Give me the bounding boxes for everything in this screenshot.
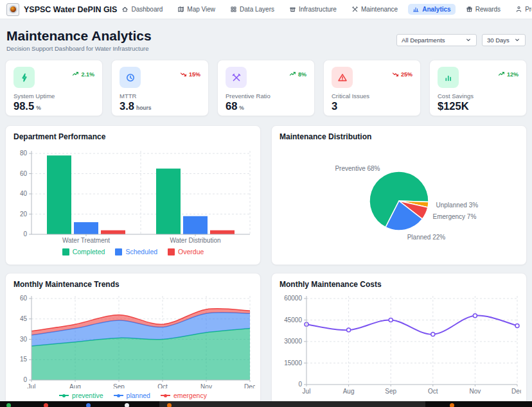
kpi-card-critical-issues: 25% Critical Issues 3 — [323, 60, 421, 116]
svg-text:Sep: Sep — [113, 383, 125, 388]
svg-text:Sep: Sep — [385, 388, 396, 395]
department-filter-select[interactable]: All Departments — [396, 34, 477, 46]
chevron-down-icon — [514, 37, 520, 43]
nav-label: Dashboard — [131, 6, 163, 13]
tools-icon — [226, 67, 247, 88]
nav-label: Maintenance — [361, 6, 398, 13]
kpi-card-preventive-ratio: 8% Preventive Ratio 68% — [217, 60, 315, 116]
map-icon — [177, 6, 184, 13]
kpi-label: Critical Issues — [332, 92, 412, 100]
trend-up-icon — [498, 71, 505, 78]
svg-text:Preventive 68%: Preventive 68% — [335, 165, 380, 172]
monthly-maintenance-costs-chart: 015000300004500060000JulAugSepOctNovDec — [279, 291, 519, 399]
svg-text:80: 80 — [20, 150, 28, 157]
nav-label: Data Layers — [240, 6, 274, 13]
nav-label: Map View — [187, 6, 215, 13]
dock-app-orange-icon[interactable] — [167, 403, 172, 407]
system-taskbar[interactable] — [0, 401, 532, 407]
svg-text:0: 0 — [23, 230, 27, 238]
chevron-down-icon — [514, 37, 520, 44]
kpi-row: 2.1% System Uptime 98.5% 15% MTTR 3.8hou… — [5, 60, 527, 116]
rewards-icon — [466, 6, 473, 13]
legend-item-scheduled[interactable]: Scheduled — [115, 248, 157, 255]
page-header: Maintenance Analytics Decision Support D… — [6, 28, 526, 52]
chart-title: Maintenance Distribution — [279, 132, 519, 141]
kpi-value: $125K — [438, 100, 519, 112]
dock-app-orange-2-icon[interactable] — [450, 403, 454, 407]
nav-item-infrastructure[interactable]: Infrastructure — [285, 4, 341, 15]
chart-legend: preventiveplannedemergency — [13, 392, 253, 399]
svg-text:Planned 22%: Planned 22% — [407, 234, 446, 241]
department-performance-card: Department Performance 020406080Water Tr… — [5, 125, 261, 265]
nav-item-map-view[interactable]: Map View — [173, 4, 220, 15]
chart-title: Monthly Maintenance Costs — [279, 280, 519, 289]
legend-item-emergency[interactable]: emergency — [161, 392, 207, 399]
kpi-value: 3 — [332, 100, 412, 112]
area-chart-svg: 015304560JulAugSepOctNovDec — [13, 291, 255, 388]
legend-item-preventive[interactable]: preventive — [59, 392, 103, 399]
legend-item-overdue[interactable]: Overdue — [168, 248, 204, 255]
nav-item-analytics[interactable]: Analytics — [408, 4, 455, 15]
svg-text:Jul: Jul — [303, 388, 311, 395]
kpi-label: System Uptime — [13, 92, 94, 100]
dock-app-green-icon[interactable] — [6, 403, 11, 407]
svg-text:45: 45 — [20, 315, 28, 322]
svg-text:Oct: Oct — [157, 383, 168, 388]
svg-text:Unplanned 3%: Unplanned 3% — [436, 202, 479, 209]
kpi-trend: 25% — [392, 71, 412, 78]
brand: YSPSC Water DePIN GIS — [6, 3, 117, 16]
svg-text:Dec: Dec — [244, 383, 255, 388]
trend-down-icon — [180, 71, 187, 78]
top-nav-bar: YSPSC Water DePIN GIS DashboardMap ViewD… — [0, 0, 532, 19]
svg-text:40: 40 — [20, 190, 28, 197]
trend-up-icon — [289, 71, 296, 78]
date-range-filter-select[interactable]: 30 Days — [482, 34, 526, 46]
nav-label: Profile — [525, 6, 532, 13]
dock-app-blue-icon[interactable] — [86, 403, 91, 407]
filters: All Departments 30 Days — [396, 34, 526, 46]
svg-text:20: 20 — [20, 211, 28, 218]
dock-app-red-icon[interactable] — [44, 403, 48, 407]
clock-icon — [120, 67, 141, 88]
profile-icon — [515, 6, 522, 13]
app-title: YSPSC Water DePIN GIS — [24, 5, 117, 14]
kpi-label: Preventive Ratio — [226, 92, 306, 100]
kpi-trend: 2.1% — [72, 71, 94, 78]
nav-item-profile[interactable]: Profile — [511, 4, 532, 15]
svg-text:Nov: Nov — [470, 388, 481, 395]
home-icon — [121, 6, 129, 13]
nav-item-dashboard[interactable]: Dashboard — [117, 4, 167, 15]
dock-app-white-icon[interactable] — [125, 403, 129, 407]
maintenance-icon — [351, 6, 359, 13]
infrastructure-icon — [289, 6, 296, 13]
charts-grid: Department Performance 020406080Water Tr… — [5, 125, 527, 407]
chevron-down-icon — [465, 37, 472, 44]
nav-item-data-layers[interactable]: Data Layers — [226, 4, 279, 15]
analytics-icon — [412, 6, 420, 13]
kpi-trend: 8% — [289, 71, 306, 78]
legend-item-completed[interactable]: Completed — [62, 248, 105, 255]
pie-chart-svg: Preventive 68%Unplanned 3%Emergency 7%Pl… — [279, 143, 521, 259]
svg-text:45000: 45000 — [284, 316, 302, 324]
bar-chart-icon — [443, 73, 454, 83]
svg-text:Dec: Dec — [511, 388, 521, 395]
bar-chart-icon — [438, 67, 459, 88]
svg-text:15: 15 — [20, 356, 28, 363]
monthly-maintenance-costs-card: Monthly Maintenance Costs 01500030000450… — [271, 273, 527, 407]
maintenance-distribution-chart: Preventive 68%Unplanned 3%Emergency 7%Pl… — [279, 143, 519, 261]
zap-icon — [13, 67, 35, 88]
legend-item-planned[interactable]: planned — [114, 392, 150, 399]
svg-text:30000: 30000 — [284, 338, 302, 345]
nav-item-maintenance[interactable]: Maintenance — [347, 4, 402, 15]
svg-text:Oct: Oct — [428, 388, 438, 395]
app-logo-icon — [6, 3, 19, 16]
app-window: YSPSC Water DePIN GIS DashboardMap ViewD… — [0, 0, 532, 407]
kpi-value: 98.5% — [13, 100, 94, 112]
kpi-card-cost-savings: 12% Cost Savings $125K — [429, 60, 527, 116]
kpi-value: 68% — [226, 100, 306, 112]
svg-text:Water Treatment: Water Treatment — [62, 237, 110, 244]
monthly-maintenance-trends-card: Monthly Maintenance Trends 015304560JulA… — [5, 273, 261, 407]
chart-title: Department Performance — [13, 132, 253, 141]
nav-item-rewards[interactable]: Rewards — [461, 4, 505, 15]
kpi-label: Cost Savings — [438, 92, 519, 100]
